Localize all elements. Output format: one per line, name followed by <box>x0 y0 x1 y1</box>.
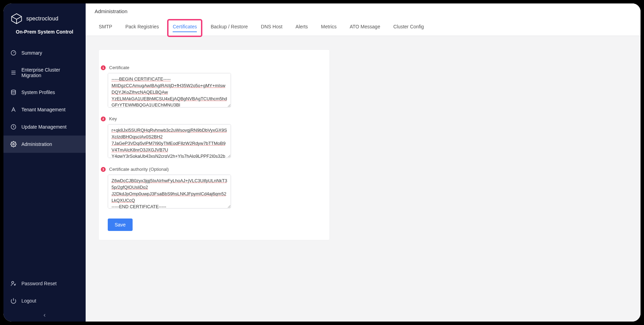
sidebar-subtitle: On-Prem System Control <box>3 29 86 41</box>
power-icon <box>10 298 17 304</box>
step-badge-1: 1 <box>101 65 106 70</box>
step-badge-2: 2 <box>101 117 106 121</box>
key-user-icon <box>10 280 17 287</box>
sidebar-item-label: Password Reset <box>21 281 57 286</box>
sidebar-item-update-management[interactable]: Update Management <box>3 118 86 136</box>
app-frame: spectrocloud On-Prem System Control Summ… <box>3 3 641 322</box>
step-badge-3: 3 <box>101 167 106 172</box>
save-button[interactable]: Save <box>108 219 133 231</box>
sidebar-item-label: Tenant Management <box>21 107 66 112</box>
tab-pack-registries[interactable]: Pack Registries <box>121 20 163 36</box>
letter-a-icon <box>10 106 17 113</box>
sidebar-bottom: Password Reset Logout <box>3 275 86 322</box>
tab-cluster-config[interactable]: Cluster Config <box>389 20 428 36</box>
svg-point-9 <box>13 143 15 145</box>
certificates-card: 1 Certificate 2 Key 3 Certificate au <box>99 50 329 240</box>
sidebar-nav: Summary Enterprise Cluster Migration Sys… <box>3 44 86 153</box>
tab-metrics[interactable]: Metrics <box>317 20 341 36</box>
sidebar-collapse-row <box>3 309 86 320</box>
tab-alerts[interactable]: Alerts <box>291 20 312 36</box>
sidebar-item-label: Administration <box>21 141 52 147</box>
list-icon <box>10 69 17 76</box>
sidebar-item-label: Update Management <box>21 124 67 130</box>
sidebar-item-logout[interactable]: Logout <box>3 292 86 309</box>
tab-highlight-certificates: Certificates <box>167 19 202 37</box>
sidebar-item-label: Logout <box>21 298 36 304</box>
stack-icon <box>10 89 17 95</box>
sidebar-item-label: Enterprise Cluster Migration <box>21 67 79 78</box>
sidebar-item-administration[interactable]: Administration <box>3 136 86 153</box>
ca-textarea[interactable] <box>108 175 231 208</box>
tab-smtp[interactable]: SMTP <box>95 20 116 36</box>
tab-certificates[interactable]: Certificates <box>169 20 201 36</box>
gauge-icon <box>10 50 17 56</box>
tabs: SMTP Pack Registries Certificates Backup… <box>95 19 632 36</box>
tab-backup-restore[interactable]: Backup / Restore <box>206 20 252 36</box>
sidebar-item-summary[interactable]: Summary <box>3 44 86 62</box>
brand-logo-icon <box>10 12 23 25</box>
sidebar: spectrocloud On-Prem System Control Summ… <box>3 3 86 322</box>
svg-point-10 <box>12 281 14 284</box>
sidebar-item-enterprise-migration[interactable]: Enterprise Cluster Migration <box>3 62 86 84</box>
tab-dns-host[interactable]: DNS Host <box>257 20 287 36</box>
field-label-row: 1 Certificate <box>108 65 320 70</box>
key-textarea[interactable] <box>108 124 231 158</box>
field-label-row: 3 Certificate authority (Optional) <box>108 167 320 172</box>
tab-ato-message[interactable]: ATO Message <box>346 20 384 36</box>
field-label-row: 2 Key <box>108 116 320 121</box>
sidebar-item-tenant-management[interactable]: Tenant Management <box>3 101 86 118</box>
sidebar-item-label: Summary <box>21 50 42 56</box>
field-certificate: 1 Certificate <box>108 65 320 109</box>
clock-icon <box>10 124 17 130</box>
field-label: Certificate authority (Optional) <box>109 167 169 172</box>
field-label: Key <box>109 116 117 121</box>
gear-icon <box>10 141 17 147</box>
chevron-left-icon[interactable] <box>42 313 47 319</box>
main-area: Administration SMTP Pack Registries Cert… <box>86 3 641 322</box>
sidebar-item-system-profiles[interactable]: System Profiles <box>3 84 86 101</box>
brand: spectrocloud <box>3 3 86 29</box>
field-label: Certificate <box>109 65 129 70</box>
topbar: Administration SMTP Pack Registries Cert… <box>86 3 641 36</box>
svg-point-6 <box>11 90 16 92</box>
page-title: Administration <box>95 8 632 19</box>
content: 1 Certificate 2 Key 3 Certificate au <box>86 36 641 254</box>
sidebar-item-password-reset[interactable]: Password Reset <box>3 275 86 292</box>
brand-name: spectrocloud <box>26 16 58 22</box>
svg-point-11 <box>14 284 15 285</box>
field-certificate-authority: 3 Certificate authority (Optional) <box>108 167 320 210</box>
field-key: 2 Key <box>108 116 320 159</box>
certificate-textarea[interactable] <box>108 73 231 108</box>
sidebar-item-label: System Profiles <box>21 90 55 95</box>
